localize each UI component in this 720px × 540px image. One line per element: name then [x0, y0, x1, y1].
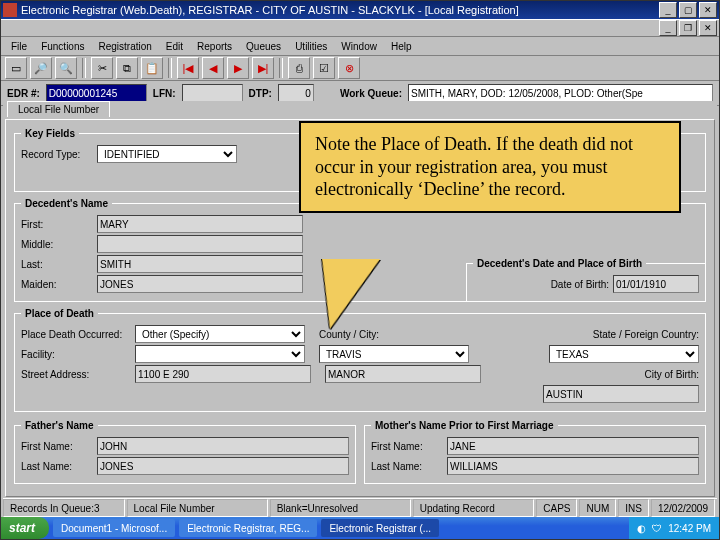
father-first[interactable]: [97, 437, 349, 455]
titlebar: Electronic Registrar (Web.Death), REGIST…: [1, 1, 719, 19]
status-updating: Updating Record: [413, 499, 535, 517]
edr-field[interactable]: [46, 84, 147, 102]
dob-field[interactable]: [613, 275, 699, 293]
start-button[interactable]: start: [1, 517, 49, 539]
toolbar: ▭ 🔎 🔍 ✂ ⧉ 📋 |◀ ◀ ▶ ▶| ⎙ ☑ ⊗: [1, 56, 719, 81]
record-type-label: Record Type:: [21, 149, 93, 160]
cob-label: City of Birth:: [645, 369, 699, 380]
addr-label: Street Address:: [21, 369, 131, 380]
toolbar-sep2: [168, 58, 172, 78]
task-item-1[interactable]: Document1 - Microsof...: [53, 519, 175, 537]
menu-reports[interactable]: Reports: [191, 40, 238, 53]
tool-doc[interactable]: ☑: [313, 57, 335, 79]
place-death-occurred[interactable]: Other (Specify): [135, 325, 305, 343]
last-label: Last:: [21, 259, 93, 270]
tool-prev[interactable]: ◀: [202, 57, 224, 79]
lfn-label: LFN:: [153, 88, 176, 99]
tray-clock: 12:42 PM: [668, 523, 711, 534]
status-ins: INS: [618, 499, 649, 517]
status-blank: Blank=Unresolved: [270, 499, 411, 517]
toolbar-sep3: [279, 58, 283, 78]
menu-utilities[interactable]: Utilities: [289, 40, 333, 53]
menu-queues[interactable]: Queues: [240, 40, 287, 53]
dob-group: Decedent's Date and Place of Birth Date …: [466, 258, 706, 302]
decedent-maiden[interactable]: [97, 275, 303, 293]
tool-copy[interactable]: ⧉: [116, 57, 138, 79]
menu-edit[interactable]: Edit: [160, 40, 189, 53]
tool-new[interactable]: ▭: [5, 57, 27, 79]
city-of-birth[interactable]: [543, 385, 699, 403]
first-label: First:: [21, 219, 93, 230]
menu-window[interactable]: Window: [335, 40, 383, 53]
facility-select[interactable]: [135, 345, 305, 363]
app-icon: [3, 3, 17, 17]
pdo-label: Place Death Occurred:: [21, 329, 131, 340]
dtp-label: DTP:: [249, 88, 272, 99]
statusbar: Records In Queue:3 Local File Number Bla…: [3, 498, 717, 517]
workqueue-field[interactable]: [408, 84, 713, 102]
callout-tail: [316, 259, 380, 329]
edr-label: EDR #:: [7, 88, 40, 99]
mother-legend: Mother's Name Prior to First Marriage: [371, 420, 558, 431]
menu-functions[interactable]: Functions: [35, 40, 90, 53]
father-last[interactable]: [97, 457, 349, 475]
tool-open[interactable]: 🔍: [55, 57, 77, 79]
mdi-restore-button[interactable]: ❐: [679, 20, 697, 36]
tool-cut[interactable]: ✂: [91, 57, 113, 79]
taskbar: start Document1 - Microsof... Electronic…: [1, 517, 719, 539]
county-select[interactable]: TRAVIS: [319, 345, 469, 363]
tool-paste[interactable]: 📋: [141, 57, 163, 79]
callout-note: Note the Place of Death. If the death di…: [299, 121, 681, 213]
tab-local-file-number[interactable]: Local File Number: [7, 101, 110, 117]
father-last-label: Last Name:: [21, 461, 93, 472]
task-item-2[interactable]: Electronic Registrar, REG...: [179, 519, 317, 537]
facility-label: Facility:: [21, 349, 131, 360]
wq-label: Work Queue:: [340, 88, 402, 99]
status-records: Records In Queue:3: [3, 499, 125, 517]
menubar: File Functions Registration Edit Reports…: [1, 37, 719, 56]
close-button[interactable]: ✕: [699, 2, 717, 18]
decedent-middle[interactable]: [97, 235, 303, 253]
task-item-3[interactable]: Electronic Registrar (...: [321, 519, 439, 537]
street-address[interactable]: [135, 365, 311, 383]
tool-first[interactable]: |◀: [177, 57, 199, 79]
tool-find[interactable]: 🔎: [30, 57, 52, 79]
dtp-field[interactable]: [278, 84, 314, 102]
status-lfn: Local File Number: [127, 499, 268, 517]
maximize-button[interactable]: ▢: [679, 2, 697, 18]
pod-col2[interactable]: [325, 365, 481, 383]
record-type-select[interactable]: IDENTIFIED: [97, 145, 237, 163]
decedent-last[interactable]: [97, 255, 303, 273]
status-date: 12/02/2009: [651, 499, 715, 517]
mother-last[interactable]: [447, 457, 699, 475]
tool-next[interactable]: ▶: [227, 57, 249, 79]
lfn-field[interactable]: [182, 84, 243, 102]
father-first-label: First Name:: [21, 441, 93, 452]
father-group: Father's Name First Name: Last Name:: [14, 420, 356, 484]
keyfields-legend: Key Fields: [21, 128, 79, 139]
middle-label: Middle:: [21, 239, 93, 250]
tray-icon2[interactable]: 🛡: [652, 523, 662, 534]
menu-registration[interactable]: Registration: [92, 40, 157, 53]
menu-file[interactable]: File: [5, 40, 33, 53]
mdi-minimize-button[interactable]: _: [659, 20, 677, 36]
app-window: Electronic Registrar (Web.Death), REGIST…: [0, 0, 720, 540]
menu-help[interactable]: Help: [385, 40, 418, 53]
system-tray[interactable]: ◐ 🛡 12:42 PM: [629, 517, 719, 539]
mother-first[interactable]: [447, 437, 699, 455]
tool-tree[interactable]: ⎙: [288, 57, 310, 79]
state-label: State / Foreign Country:: [593, 329, 699, 340]
father-legend: Father's Name: [21, 420, 98, 431]
tool-close-doc[interactable]: ⊗: [338, 57, 360, 79]
tool-last[interactable]: ▶|: [252, 57, 274, 79]
county-label: County / City:: [319, 329, 379, 340]
mother-group: Mother's Name Prior to First Marriage Fi…: [364, 420, 706, 484]
tray-icon[interactable]: ◐: [637, 523, 646, 534]
minimize-button[interactable]: _: [659, 2, 677, 18]
decedent-first[interactable]: [97, 215, 303, 233]
decedent-legend: Decedent's Name: [21, 198, 112, 209]
state-select[interactable]: TEXAS: [549, 345, 699, 363]
mother-last-label: Last Name:: [371, 461, 443, 472]
mdi-close-button[interactable]: ✕: [699, 20, 717, 36]
maiden-label: Maiden:: [21, 279, 93, 290]
